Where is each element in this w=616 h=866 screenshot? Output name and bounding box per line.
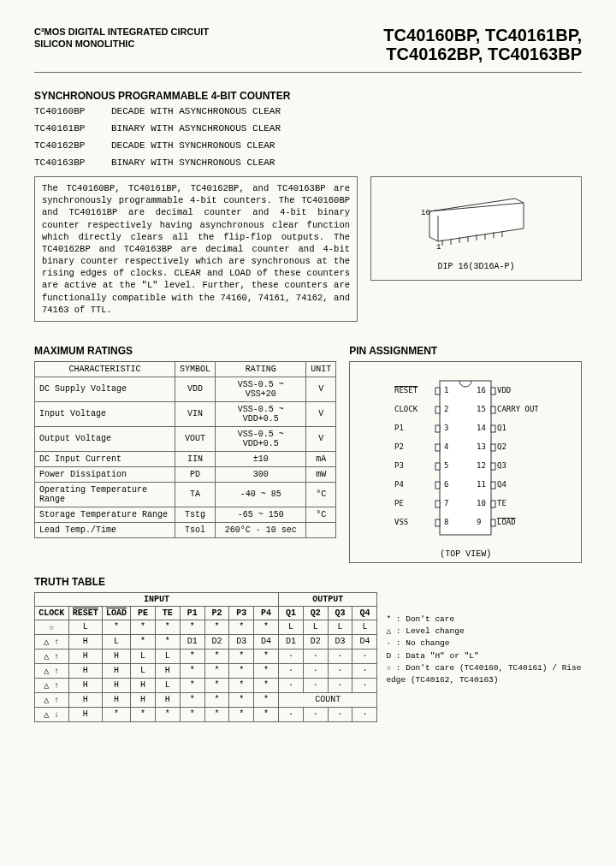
truth-legend: * : Don't care △ : Level change · : No c… [386, 592, 582, 687]
svg-rect-36 [435, 463, 440, 470]
svg-text:13: 13 [477, 442, 486, 451]
svg-rect-45 [491, 482, 495, 489]
svg-text:CLOCK: CLOCK [394, 405, 418, 413]
dip-package-icon: 16 1 [412, 186, 541, 254]
svg-text:3: 3 [444, 424, 448, 432]
truth-table: INPUT OUTPUT CLOCKRESETLOADPETEP1P2P3P4Q… [34, 592, 377, 722]
svg-rect-39 [491, 463, 495, 470]
truth-row: ☆L*******LLLL [35, 620, 377, 634]
svg-text:P4: P4 [394, 480, 404, 489]
legend-row: D : Data "H" or "L" [386, 650, 582, 662]
legend-row: * : Don't care [386, 614, 582, 626]
header-subtitle: C²MOS DIGITAL INTEGRATED CIRCUIT SILICON… [34, 26, 209, 50]
svg-text:Q3: Q3 [497, 461, 506, 470]
variant-row: TC40161BPBINARY WITH ASYNCHRONOUS CLEAR [34, 123, 582, 133]
truth-row: △ ↑HHHH****COUNT [35, 692, 377, 707]
truth-row: INPUT OUTPUT CLOCKRESETLOADPETEP1P2P3P4Q… [34, 592, 582, 722]
svg-rect-12 [435, 388, 440, 394]
svg-text:TE: TE [497, 499, 506, 507]
svg-text:LOAD: LOAD [497, 518, 516, 526]
svg-text:CARRY OUT: CARRY OUT [497, 405, 538, 413]
datasheet-page: C²MOS DIGITAL INTEGRATED CIRCUIT SILICON… [0, 0, 616, 866]
variant-row: TC40160BPDECADE WITH ASYNCHRONOUS CLEAR [34, 106, 582, 116]
truth-row: △ ↑HHHL****···· [35, 678, 377, 692]
svg-rect-57 [491, 519, 495, 526]
ratings-row: Power DissipationPD300mW [35, 466, 336, 482]
svg-rect-21 [491, 406, 495, 413]
svg-text:P2: P2 [394, 442, 404, 451]
pin-diagram: 1RESET16VDD2CLOCK15CARRY OUT3P114Q14P213… [349, 361, 582, 563]
pins-column: PIN ASSIGNMENT 1RESET16VDD2CLOCK15CARRY … [349, 332, 582, 563]
pins-caption: (TOP VIEW) [357, 549, 574, 559]
svg-text:VDD: VDD [497, 386, 511, 394]
truth-row: △ ↑HL**D1D2D3D4D1D2D3D4 [35, 634, 377, 649]
svg-text:15: 15 [477, 405, 486, 413]
svg-text:1: 1 [444, 386, 448, 394]
th-rating: RATING [216, 361, 306, 377]
svg-text:10: 10 [477, 499, 486, 507]
truth-row: △ ↑HHLL****···· [35, 649, 377, 663]
pin16-label: 16 [421, 209, 430, 217]
legend-row: △ : Level change [386, 626, 582, 638]
ratings-row: Output VoltageVOUTVSS-0.5 ~ VDD+0.5V [35, 426, 336, 451]
ratings-row: Operating Temperature RangeTA-40 ~ 85°C [35, 482, 336, 507]
svg-rect-54 [435, 519, 440, 526]
svg-text:5: 5 [444, 461, 448, 470]
svg-rect-18 [435, 406, 440, 413]
ratings-row: DC Supply VoltageVDDVSS-0.5 ~ VSS+20V [35, 377, 336, 401]
svg-text:PE: PE [394, 499, 404, 507]
variant-row: TC40163BPBINARY WITH SYNCHRONOUS CLEAR [34, 157, 582, 168]
svg-text:Q1: Q1 [497, 424, 506, 432]
svg-text:11: 11 [477, 480, 486, 489]
package-figure: 16 1 DIP 16(3D16A-P) [370, 176, 582, 281]
svg-rect-27 [491, 425, 495, 432]
ratings-and-pins: MAXIMUM RATINGS CHARACTERISTIC SYMBOL RA… [34, 332, 582, 563]
svg-text:VSS: VSS [394, 518, 408, 526]
svg-text:4: 4 [444, 442, 448, 451]
pin1-label: 1 [436, 243, 441, 252]
svg-text:14: 14 [477, 424, 486, 432]
ratings-row: Lead Temp./TimeTsol260°C · 10 sec [35, 522, 336, 537]
th-output: OUTPUT [278, 592, 376, 606]
svg-text:16: 16 [477, 386, 486, 394]
svg-rect-30 [435, 444, 440, 451]
svg-text:P1: P1 [394, 424, 404, 432]
pinout-icon: 1RESET16VDD2CLOCK15CARRY OUT3P114Q14P213… [393, 372, 538, 543]
ratings-table: CHARACTERISTIC SYMBOL RATING UNIT DC Sup… [34, 361, 336, 538]
th-unit: UNIT [306, 361, 336, 377]
svg-rect-24 [435, 425, 440, 432]
page-header: C²MOS DIGITAL INTEGRATED CIRCUIT SILICON… [34, 26, 582, 73]
svg-text:6: 6 [444, 480, 448, 489]
package-label: DIP 16(3D16A-P) [380, 262, 572, 271]
svg-text:9: 9 [477, 518, 481, 526]
partnumbers-line1: TC40160BP, TC40161BP, [383, 26, 582, 44]
description-text: The TC40160BP, TC40161BP, TC40162BP, and… [34, 176, 358, 322]
pins-title: PIN ASSIGNMENT [349, 345, 582, 357]
svg-text:RESET: RESET [394, 386, 418, 394]
ratings-row: Storage Temperature RangeTstg-65 ~ 150°C [35, 507, 336, 522]
ratings-row: Input VoltageVINVSS-0.5 ~ VDD+0.5V [35, 401, 336, 426]
partnumbers-line2: TC40162BP, TC40163BP [383, 44, 582, 63]
ratings-title: MAXIMUM RATINGS [34, 345, 336, 357]
svg-text:Q2: Q2 [497, 442, 506, 451]
subtitle-line1: C²MOS DIGITAL INTEGRATED CIRCUIT [34, 26, 209, 38]
svg-rect-33 [491, 444, 495, 451]
svg-text:8: 8 [444, 518, 448, 526]
header-partnumbers: TC40160BP, TC40161BP, TC40162BP, TC40163… [383, 26, 582, 63]
svg-text:12: 12 [477, 461, 486, 470]
svg-text:Q4: Q4 [497, 480, 506, 489]
truth-row: △ ↑HHLH****···· [35, 663, 377, 678]
th-input: INPUT [35, 592, 279, 606]
svg-rect-51 [491, 501, 495, 507]
svg-rect-15 [491, 388, 495, 394]
variant-list: TC40160BPDECADE WITH ASYNCHRONOUS CLEAR … [34, 106, 582, 168]
truth-row: △ ↓H*******···· [35, 707, 377, 721]
variant-row: TC40162BPDECADE WITH SYNCHRONOUS CLEAR [34, 140, 582, 151]
svg-rect-42 [435, 482, 440, 489]
svg-text:7: 7 [444, 499, 448, 507]
main-title: SYNCHRONOUS PROGRAMMABLE 4-BIT COUNTER [34, 90, 582, 102]
svg-text:P3: P3 [394, 461, 404, 470]
ratings-row: DC Input CurrentIIN±10mA [35, 451, 336, 466]
subtitle-line2: SILICON MONOLITHIC [34, 38, 209, 50]
legend-row: ☆ : Don't care (TC40160, TC40161) / Rise… [386, 662, 582, 687]
